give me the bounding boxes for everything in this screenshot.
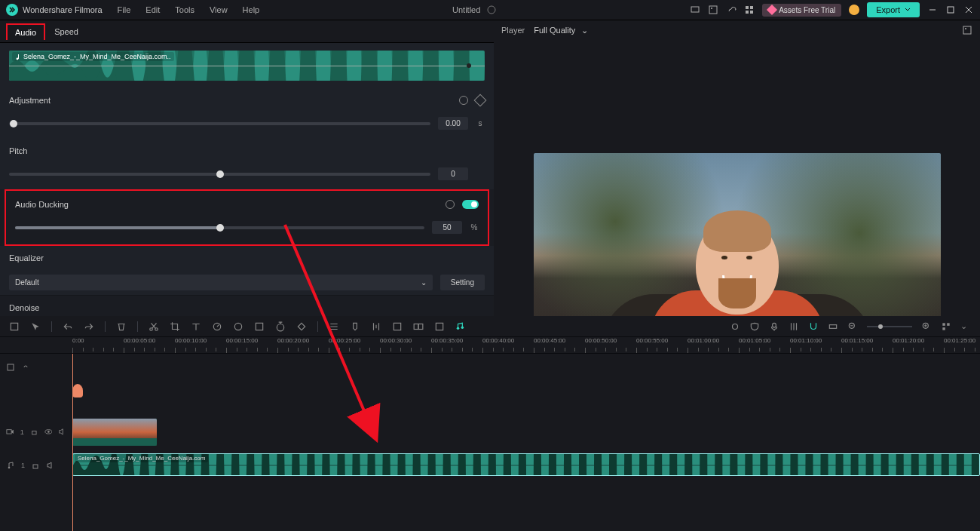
equalizer-setting-button[interactable]: Setting xyxy=(440,275,485,290)
adjustment-keyframe-icon[interactable] xyxy=(474,94,487,107)
audio-track-icon xyxy=(6,461,15,470)
timeline-ruler[interactable]: 0:0000:00:05:0000:00:10:0000:00:15:0000:… xyxy=(0,337,980,354)
mute-icon[interactable] xyxy=(46,461,55,470)
ducking-value[interactable]: 50 xyxy=(432,221,462,234)
svg-point-30 xyxy=(461,326,464,329)
apps-icon[interactable] xyxy=(744,5,755,15)
svg-rect-23 xyxy=(256,323,262,330)
zoom-slider[interactable] xyxy=(867,326,912,327)
clip-waveform-header: Selena_Gomez_-_My_Mind_Me_CeeNaija.com.. xyxy=(0,43,494,88)
chevron-down-icon[interactable]: ⌄ xyxy=(960,321,971,332)
shield-icon[interactable] xyxy=(749,321,760,332)
speed-curve-icon[interactable] xyxy=(212,321,222,332)
adjustment-reset-icon[interactable] xyxy=(459,96,468,105)
lock-icon[interactable] xyxy=(31,461,40,470)
timeline-marker[interactable] xyxy=(72,384,83,397)
mixer-icon[interactable] xyxy=(789,321,799,332)
assets-label: Assets Free Trial xyxy=(779,6,835,14)
cloud-status-icon[interactable] xyxy=(486,5,497,15)
waveform-end-marker[interactable] xyxy=(467,63,471,68)
video-clip[interactable] xyxy=(72,419,157,446)
magnet-icon[interactable] xyxy=(808,321,819,332)
keyframe-tool-icon[interactable] xyxy=(296,321,307,332)
zoom-out-icon[interactable] xyxy=(847,321,858,332)
svg-point-0 xyxy=(488,6,495,14)
track-manage-icon[interactable] xyxy=(6,363,15,372)
timer-icon[interactable] xyxy=(275,321,286,332)
tab-audio[interactable]: Audio xyxy=(6,23,45,40)
assets-free-trial-button[interactable]: Assets Free Trial xyxy=(762,4,841,17)
app-logo-icon xyxy=(6,4,18,16)
chevron-down-icon: ⌄ xyxy=(421,278,427,287)
menu-edit[interactable]: Edit xyxy=(145,5,160,14)
multi-icon[interactable] xyxy=(413,321,424,332)
zoom-in-icon[interactable] xyxy=(921,321,932,332)
profile-avatar-icon[interactable] xyxy=(849,5,859,15)
clip-filename: Selena_Gomez_-_My_Mind_Me_CeeNaija.com.. xyxy=(12,52,174,61)
text-icon[interactable] xyxy=(191,321,201,332)
menu-file[interactable]: File xyxy=(118,5,131,14)
audio-mix-icon[interactable] xyxy=(371,321,381,332)
link-icon[interactable] xyxy=(828,321,838,332)
clip-waveform[interactable]: Selena_Gomez_-_My_Mind_Me_CeeNaija.com.. xyxy=(9,51,485,81)
link-track-icon[interactable] xyxy=(21,363,30,372)
svg-rect-27 xyxy=(418,324,423,329)
cut-icon[interactable] xyxy=(149,321,159,332)
svg-point-3 xyxy=(711,8,712,9)
svg-rect-9 xyxy=(948,7,954,13)
minimize-icon[interactable] xyxy=(927,5,938,15)
mute-icon[interactable] xyxy=(58,428,66,437)
menu-view[interactable]: View xyxy=(210,5,228,14)
export-button[interactable]: Export xyxy=(867,2,920,17)
timeline: ⌄ 0:0000:00:05:0000:00:10:0000:00:15:000… xyxy=(0,316,980,531)
cloud-upload-icon[interactable] xyxy=(726,5,737,15)
svg-rect-11 xyxy=(18,54,19,59)
color-icon[interactable] xyxy=(233,321,243,332)
menu-help[interactable]: Help xyxy=(243,5,260,14)
svg-rect-44 xyxy=(32,431,35,434)
lock-icon[interactable] xyxy=(30,428,38,437)
marker-add-icon[interactable] xyxy=(350,321,360,332)
titlebar-right: Assets Free Trial Export xyxy=(690,2,974,17)
equalizer-preset-select[interactable]: Default ⌄ xyxy=(9,275,433,290)
image-icon[interactable] xyxy=(708,5,718,15)
record-icon[interactable] xyxy=(730,321,740,332)
eye-icon[interactable] xyxy=(44,428,53,437)
audio-clip[interactable]: Selena_Gomez_-_My_Mind_Me_CeeNaija.com xyxy=(72,453,980,476)
ducking-slider[interactable] xyxy=(15,226,424,229)
music-beat-icon[interactable] xyxy=(455,321,466,332)
group-icon[interactable] xyxy=(434,321,445,332)
svg-rect-25 xyxy=(394,323,400,330)
adjustment-layer-icon[interactable] xyxy=(254,321,265,332)
ducking-toggle[interactable] xyxy=(462,200,479,209)
pitch-slider[interactable] xyxy=(9,173,430,176)
adjustment-slider[interactable] xyxy=(9,122,430,125)
tab-speed[interactable]: Speed xyxy=(45,23,87,41)
undo-icon[interactable] xyxy=(63,321,73,332)
playhead[interactable] xyxy=(72,354,73,531)
crop-icon[interactable] xyxy=(170,321,180,332)
titlebar: Wondershare Filmora File Edit Tools View… xyxy=(0,0,980,20)
redo-icon[interactable] xyxy=(84,321,94,332)
export-label: Export xyxy=(876,5,900,14)
quality-select[interactable]: Full Quality ⌄ xyxy=(534,26,588,35)
menu-tools[interactable]: Tools xyxy=(175,5,194,14)
svg-point-29 xyxy=(457,327,460,330)
delete-icon[interactable] xyxy=(116,321,127,332)
view-options-icon[interactable] xyxy=(941,321,951,332)
select-tool-icon[interactable] xyxy=(30,321,41,332)
svg-point-10 xyxy=(17,57,19,60)
equalizer-preset-value: Default xyxy=(15,278,39,287)
ducking-reset-icon[interactable] xyxy=(446,200,455,209)
adjustment-value[interactable]: 0.00 xyxy=(438,117,468,130)
screen-icon[interactable] xyxy=(690,5,700,15)
settings-icon[interactable] xyxy=(329,321,339,332)
mic-icon[interactable] xyxy=(769,321,779,332)
pitch-value[interactable]: 0 xyxy=(438,167,468,180)
svg-point-31 xyxy=(733,324,738,329)
close-icon[interactable] xyxy=(963,5,974,15)
pointer-tool-icon[interactable] xyxy=(9,321,20,332)
snapshot-frame-icon[interactable] xyxy=(962,25,972,35)
render-icon[interactable] xyxy=(392,321,403,332)
maximize-icon[interactable] xyxy=(945,5,956,15)
